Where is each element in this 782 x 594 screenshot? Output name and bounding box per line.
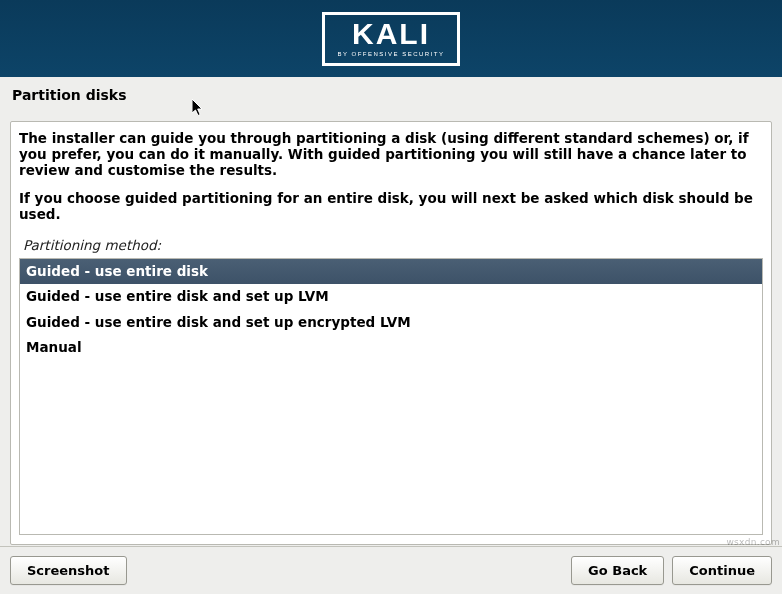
kali-logo: KALI BY OFFENSIVE SECURITY bbox=[322, 12, 459, 66]
partition-option[interactable]: Manual bbox=[20, 335, 762, 361]
partitioning-method-list[interactable]: Guided - use entire diskGuided - use ent… bbox=[19, 258, 763, 535]
go-back-button[interactable]: Go Back bbox=[571, 556, 664, 585]
continue-button[interactable]: Continue bbox=[672, 556, 772, 585]
page-title: Partition disks bbox=[0, 77, 782, 121]
partition-option[interactable]: Guided - use entire disk bbox=[20, 259, 762, 285]
partitioning-method-label: Partitioning method: bbox=[19, 235, 763, 258]
main-panel: The installer can guide you through part… bbox=[10, 121, 772, 545]
instructions-paragraph-2: If you choose guided partitioning for an… bbox=[19, 191, 763, 223]
screenshot-button[interactable]: Screenshot bbox=[10, 556, 127, 585]
instructions: The installer can guide you through part… bbox=[19, 131, 763, 235]
watermark: wsxdn.com bbox=[726, 537, 780, 547]
logo-sub-text: BY OFFENSIVE SECURITY bbox=[337, 51, 444, 57]
instructions-paragraph-1: The installer can guide you through part… bbox=[19, 131, 763, 179]
partition-option[interactable]: Guided - use entire disk and set up encr… bbox=[20, 310, 762, 336]
header-banner: KALI BY OFFENSIVE SECURITY bbox=[0, 0, 782, 77]
partition-option[interactable]: Guided - use entire disk and set up LVM bbox=[20, 284, 762, 310]
logo-main-text: KALI bbox=[337, 19, 444, 49]
footer-bar: Screenshot Go Back Continue bbox=[0, 546, 782, 594]
